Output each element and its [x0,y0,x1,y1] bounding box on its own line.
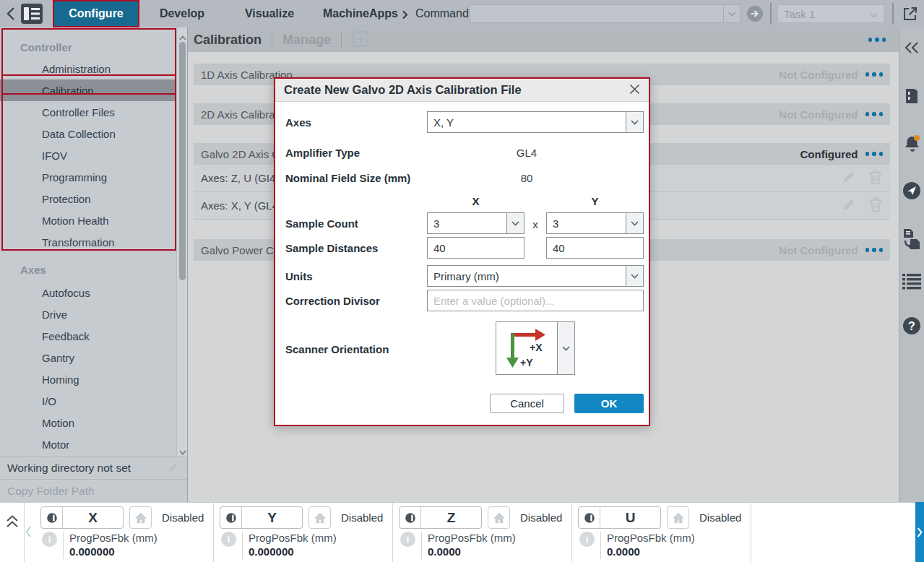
tab-machineapps[interactable]: MachineApps [320,0,401,27]
row-menu-icon[interactable] [865,152,884,156]
row-menu-icon[interactable] [865,248,884,252]
tab-calibration[interactable]: Calibration [194,33,262,48]
sidebar-item-io[interactable]: I/O [0,390,176,412]
list-icon[interactable] [902,274,921,292]
tab-visualize[interactable]: Visualize [234,0,305,27]
scroll-right-strip[interactable] [915,502,924,562]
status-badge: Not Configured [779,108,858,121]
cancel-button[interactable]: Cancel [490,394,564,413]
edit-pencil-icon[interactable] [841,196,857,215]
sidebar-item-motion-health[interactable]: Motion Health [0,209,176,231]
info-icon[interactable]: i [400,532,415,547]
ok-button[interactable]: OK [574,394,644,413]
sidebar-item-data-collection[interactable]: Data Collection [0,123,176,144]
close-icon[interactable] [629,84,640,97]
units-label: Units [285,270,313,282]
controller-icon[interactable] [903,87,920,107]
command-label: Command [415,7,469,20]
home-axis-button[interactable] [308,506,331,529]
row-menu-icon[interactable] [865,112,884,116]
edit-pencil-icon[interactable] [167,461,180,476]
sidebar-scrollbar[interactable] [176,27,187,457]
scroll-down-icon[interactable] [179,445,186,457]
axis-enable-toggle[interactable]: U [578,506,661,529]
topbar-divider [770,3,772,25]
delete-trash-icon[interactable] [868,196,883,215]
back-icon[interactable] [6,7,16,23]
axis-enable-toggle[interactable]: X [40,506,124,529]
nominal-field-size-label: Nominal Field Size (mm) [285,172,410,184]
sample-distance-x-input[interactable] [427,237,524,259]
notifications-bell-icon[interactable] [902,133,922,155]
delete-trash-icon[interactable] [868,169,883,187]
axis-status: Disabled [162,511,204,524]
tab-manage[interactable]: Manage [282,33,331,48]
scroll-up-icon[interactable] [179,30,186,43]
dialog-title-bar: Create New Galvo 2D Axis Calibration Fil… [275,79,649,102]
nominal-field-size-value: 80 [427,172,626,184]
scanner-orientation-select[interactable]: +X +Y [496,321,575,375]
working-directory-label: Working directory not set [7,462,131,475]
add-tab-icon[interactable] [352,30,369,50]
sidebar-item-autofocus[interactable]: Autofocus [0,282,176,303]
home-axis-button[interactable] [488,506,510,529]
sidebar-item-protection[interactable]: Protection [0,188,176,209]
sidebar-item-feedback[interactable]: Feedback [0,325,176,347]
sidebar-item-calibration[interactable]: Calibration [0,79,176,101]
collapse-panel-icon[interactable] [904,42,920,56]
expand-panel-icon[interactable] [6,514,19,531]
chevron-down-icon [626,213,643,233]
info-icon[interactable]: i [42,532,57,547]
panel-menu-icon[interactable] [868,38,886,42]
sidebar-item-transformation[interactable]: Transformation [0,231,176,253]
sidebar-item-ifov[interactable]: IFOV [0,144,176,166]
info-icon[interactable]: i [579,532,595,547]
axis-status: Disabled [520,511,562,524]
sidebar-item-homing[interactable]: Homing [0,368,176,390]
sidebar-item-motor[interactable]: Motor [0,433,176,455]
execute-command-icon[interactable] [746,5,764,25]
sidebar-item-administration[interactable]: Administration [0,58,176,79]
axis-name: Z [421,510,481,526]
navigate-icon[interactable] [902,181,921,202]
axes-select[interactable]: X, Y [427,111,644,133]
chevron-down-icon [506,213,524,233]
scroll-left-icon[interactable] [25,525,32,540]
tab-configure[interactable]: Configure [53,0,139,27]
info-icon[interactable]: i [221,532,236,547]
scrollbar-thumb[interactable] [179,42,186,280]
sidebar-item-drive[interactable]: Drive [0,303,176,325]
correction-divisor-input[interactable] [427,290,644,311]
file-transfer-icon[interactable] [902,228,922,252]
edit-pencil-icon[interactable] [841,169,857,187]
divider [24,503,25,562]
sidebar-item-controller-files[interactable]: Controller Files [0,101,176,123]
row-menu-icon[interactable] [865,72,884,77]
command-dropdown-icon[interactable] [723,4,741,23]
toggle-icon [46,512,58,524]
help-icon[interactable]: ? [902,316,921,337]
task-selector[interactable]: Task 1 [777,4,884,23]
amplifier-type-value: GL4 [427,147,626,159]
axis-enable-toggle[interactable]: Z [399,506,482,529]
scanner-orientation-label: Scanner Orientation [285,343,389,355]
sidebar-item-gantry[interactable]: Gantry [0,347,176,368]
home-axis-button[interactable] [667,506,689,529]
sidebar-item-motion[interactable]: Motion [0,412,176,433]
tab-develop[interactable]: Develop [147,0,217,27]
units-select[interactable]: Primary (mm) [427,265,644,287]
sample-count-x-select[interactable]: 3 [427,212,524,234]
sample-count-separator: x [525,218,545,230]
home-axis-button[interactable] [129,506,152,529]
axis-enable-toggle[interactable]: Y [220,506,303,529]
sidebar-toggle-icon[interactable] [21,4,43,26]
open-external-icon[interactable] [902,5,919,25]
chevron-right-icon [402,9,408,22]
command-input[interactable] [470,4,724,23]
sidebar-item-programming[interactable]: Programming [0,166,176,188]
sample-distance-y-input[interactable] [546,237,644,259]
axis-status-bar: X Disabled i ProgPosFbk (mm) 0.000000 Y … [0,502,924,562]
app-window: Configure Develop Visualize MachineApps … [0,0,924,562]
sample-count-y-select[interactable]: 3 [546,212,644,234]
copy-folder-path-button[interactable]: Copy Folder Path [7,485,95,498]
